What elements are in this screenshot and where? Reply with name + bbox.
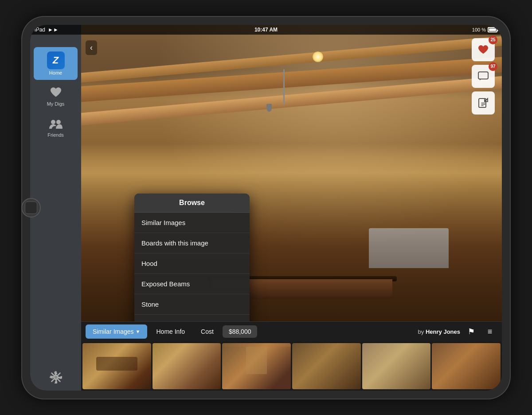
author-name: Henry Jones [426, 328, 460, 335]
tab-home-info[interactable]: Home Info [149, 324, 192, 339]
status-bar: iPad ►► 10:47 AM 100 % [30, 25, 502, 35]
status-time: 10:47 AM [189, 27, 343, 33]
thumbnail-strip [81, 342, 502, 391]
status-right: 100 % [343, 27, 497, 32]
comment-button[interactable]: 97 [472, 65, 495, 88]
status-left: iPad ►► [35, 27, 189, 33]
ipad-device: iPad ►► 10:47 AM 100 % Z Home [22, 17, 510, 399]
ipad-label: iPad [35, 27, 45, 33]
browse-item-similar[interactable]: Similar Images [134, 213, 250, 233]
pendant-wire [283, 69, 285, 105]
chevron-down-icon: ▼ [136, 329, 141, 334]
like-count: 25 [489, 36, 497, 44]
sidebar-label-home: Home [49, 70, 62, 75]
flag-icon: ⚑ [468, 327, 475, 336]
sidebar-label-my-digs: My Digs [47, 101, 65, 107]
comment-icon [478, 71, 489, 81]
main-content: ‹ 25 97 [81, 25, 502, 391]
thumbnail-1[interactable] [82, 343, 151, 389]
friends-icon [48, 115, 64, 131]
thumbnail-2[interactable] [153, 343, 221, 389]
range-hood [369, 228, 449, 268]
home-button-inner [25, 202, 37, 214]
sidebar-item-home[interactable]: Z Home [34, 47, 78, 80]
main-image-area: ‹ 25 97 [81, 25, 502, 321]
thumbnail-4[interactable] [292, 343, 361, 389]
heart-icon [478, 45, 489, 55]
browse-item-exposed-beams[interactable]: Exposed Beams [134, 274, 250, 294]
settings-button[interactable] [30, 364, 81, 391]
battery-label: 100 % [472, 27, 486, 32]
svg-rect-5 [478, 72, 488, 79]
share-button[interactable] [472, 91, 495, 115]
zillow-logo: Z [47, 51, 65, 69]
browse-item-stone[interactable]: Stone [134, 294, 250, 315]
ipad-screen: iPad ►► 10:47 AM 100 % Z Home [30, 25, 502, 391]
svg-point-0 [51, 120, 55, 124]
wifi-icon: ►► [48, 27, 59, 33]
browse-item-granite[interactable]: Granite Counterton [134, 315, 250, 321]
ceiling-light [313, 51, 323, 62]
svg-point-1 [56, 120, 61, 124]
home-button[interactable] [21, 198, 41, 217]
tab-similar-images-label: Similar Images [93, 328, 134, 335]
browse-title: Browse [134, 194, 250, 213]
sidebar-item-my-digs[interactable]: My Digs [30, 80, 81, 111]
cost-value: $88,000 [223, 325, 258, 338]
menu-icon: ≡ [488, 327, 493, 336]
browse-item-boards[interactable]: Boards with this image [134, 233, 250, 253]
flag-button[interactable]: ⚑ [464, 324, 479, 339]
svg-point-4 [55, 376, 57, 379]
tab-cost[interactable]: Cost [194, 324, 221, 339]
pendant-light [266, 104, 272, 112]
like-button[interactable]: 25 [472, 38, 495, 61]
tab-similar-images[interactable]: Similar Images ▼ [86, 324, 147, 339]
author-label: by Henry Jones [418, 328, 460, 335]
browse-item-hood[interactable]: Hood [134, 253, 250, 274]
sidebar-label-friends: Friends [47, 132, 64, 138]
comment-count: 97 [489, 62, 497, 71]
battery-icon [488, 27, 497, 32]
heart-icon [48, 84, 64, 100]
thumbnail-6[interactable] [432, 343, 501, 389]
fab-buttons: 25 97 [472, 38, 495, 115]
thumbnail-3[interactable] [222, 343, 291, 389]
battery-fill [489, 28, 496, 31]
browse-dropdown: Browse Similar Images Boards with this i… [134, 194, 250, 321]
back-button[interactable]: ‹ [86, 40, 97, 55]
sidebar-item-friends[interactable]: Friends [30, 111, 81, 142]
share-icon [478, 98, 489, 108]
menu-button[interactable]: ≡ [482, 324, 497, 339]
bottom-toolbar: Similar Images ▼ Home Info Cost $88,000 … [81, 321, 502, 342]
thumbnail-5[interactable] [362, 343, 431, 389]
